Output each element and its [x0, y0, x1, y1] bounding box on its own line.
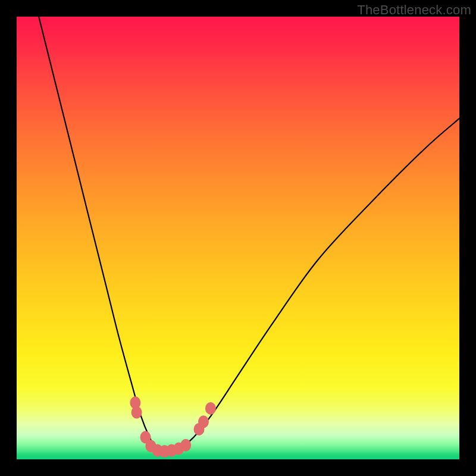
- watermark-text: TheBottleneck.com: [357, 2, 471, 18]
- curve-marker: [198, 415, 209, 428]
- chart-frame: [17, 17, 459, 459]
- curve-marker: [131, 406, 142, 419]
- curve-marker: [180, 439, 191, 452]
- curve-markers: [17, 17, 459, 459]
- curve-marker: [205, 402, 216, 415]
